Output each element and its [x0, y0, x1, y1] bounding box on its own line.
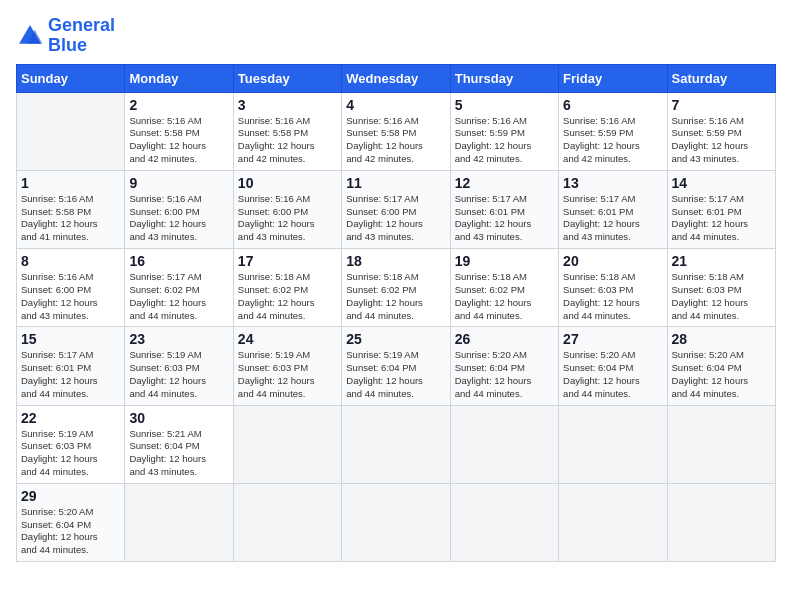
day-info: Sunrise: 5:16 AMSunset: 5:59 PMDaylight:… — [672, 115, 771, 166]
day-number: 5 — [455, 97, 554, 113]
empty-cell — [233, 483, 341, 561]
day-info: Sunrise: 5:16 AMSunset: 6:00 PMDaylight:… — [238, 193, 337, 244]
empty-cell — [125, 483, 233, 561]
calendar-day-cell: 15Sunrise: 5:17 AMSunset: 6:01 PMDayligh… — [17, 327, 125, 405]
day-number: 16 — [129, 253, 228, 269]
day-number: 27 — [563, 331, 662, 347]
empty-cell — [559, 483, 667, 561]
day-number: 4 — [346, 97, 445, 113]
day-number: 18 — [346, 253, 445, 269]
day-info: Sunrise: 5:20 AMSunset: 6:04 PMDaylight:… — [21, 506, 120, 557]
day-info: Sunrise: 5:17 AMSunset: 6:00 PMDaylight:… — [346, 193, 445, 244]
calendar-day-cell: 12Sunrise: 5:17 AMSunset: 6:01 PMDayligh… — [450, 170, 558, 248]
day-info: Sunrise: 5:18 AMSunset: 6:02 PMDaylight:… — [455, 271, 554, 322]
empty-cell — [559, 405, 667, 483]
header-cell-wednesday: Wednesday — [342, 64, 450, 92]
calendar-day-cell: 21Sunrise: 5:18 AMSunset: 6:03 PMDayligh… — [667, 249, 775, 327]
day-number: 6 — [563, 97, 662, 113]
day-number: 10 — [238, 175, 337, 191]
header-cell-saturday: Saturday — [667, 64, 775, 92]
calendar-day-cell: 23Sunrise: 5:19 AMSunset: 6:03 PMDayligh… — [125, 327, 233, 405]
day-number: 30 — [129, 410, 228, 426]
calendar-day-cell: 18Sunrise: 5:18 AMSunset: 6:02 PMDayligh… — [342, 249, 450, 327]
day-info: Sunrise: 5:21 AMSunset: 6:04 PMDaylight:… — [129, 428, 228, 479]
empty-cell — [667, 405, 775, 483]
day-number: 14 — [672, 175, 771, 191]
day-info: Sunrise: 5:16 AMSunset: 5:59 PMDaylight:… — [455, 115, 554, 166]
day-info: Sunrise: 5:18 AMSunset: 6:02 PMDaylight:… — [346, 271, 445, 322]
header-cell-thursday: Thursday — [450, 64, 558, 92]
day-info: Sunrise: 5:17 AMSunset: 6:01 PMDaylight:… — [21, 349, 120, 400]
calendar-day-cell: 9Sunrise: 5:16 AMSunset: 6:00 PMDaylight… — [125, 170, 233, 248]
calendar-day-cell: 24Sunrise: 5:19 AMSunset: 6:03 PMDayligh… — [233, 327, 341, 405]
calendar-day-cell: 3Sunrise: 5:16 AMSunset: 5:58 PMDaylight… — [233, 92, 341, 170]
empty-cell — [667, 483, 775, 561]
header-row: SundayMondayTuesdayWednesdayThursdayFrid… — [17, 64, 776, 92]
day-info: Sunrise: 5:19 AMSunset: 6:03 PMDaylight:… — [129, 349, 228, 400]
calendar-day-cell: 6Sunrise: 5:16 AMSunset: 5:59 PMDaylight… — [559, 92, 667, 170]
empty-cell — [450, 483, 558, 561]
day-info: Sunrise: 5:16 AMSunset: 5:58 PMDaylight:… — [129, 115, 228, 166]
day-info: Sunrise: 5:16 AMSunset: 5:58 PMDaylight:… — [238, 115, 337, 166]
empty-cell — [342, 405, 450, 483]
calendar-day-cell: 17Sunrise: 5:18 AMSunset: 6:02 PMDayligh… — [233, 249, 341, 327]
day-number: 7 — [672, 97, 771, 113]
calendar-day-cell: 26Sunrise: 5:20 AMSunset: 6:04 PMDayligh… — [450, 327, 558, 405]
calendar-day-cell: 25Sunrise: 5:19 AMSunset: 6:04 PMDayligh… — [342, 327, 450, 405]
day-number: 2 — [129, 97, 228, 113]
day-number: 17 — [238, 253, 337, 269]
day-number: 13 — [563, 175, 662, 191]
day-info: Sunrise: 5:17 AMSunset: 6:02 PMDaylight:… — [129, 271, 228, 322]
day-info: Sunrise: 5:19 AMSunset: 6:03 PMDaylight:… — [21, 428, 120, 479]
calendar-day-cell: 27Sunrise: 5:20 AMSunset: 6:04 PMDayligh… — [559, 327, 667, 405]
day-info: Sunrise: 5:16 AMSunset: 6:00 PMDaylight:… — [129, 193, 228, 244]
calendar-day-cell: 16Sunrise: 5:17 AMSunset: 6:02 PMDayligh… — [125, 249, 233, 327]
day-info: Sunrise: 5:16 AMSunset: 6:00 PMDaylight:… — [21, 271, 120, 322]
day-number: 28 — [672, 331, 771, 347]
day-number: 25 — [346, 331, 445, 347]
header-cell-friday: Friday — [559, 64, 667, 92]
day-number: 8 — [21, 253, 120, 269]
page-header: General Blue — [16, 16, 776, 56]
calendar-day-cell: 7Sunrise: 5:16 AMSunset: 5:59 PMDaylight… — [667, 92, 775, 170]
day-number: 22 — [21, 410, 120, 426]
calendar-day-cell: 22Sunrise: 5:19 AMSunset: 6:03 PMDayligh… — [17, 405, 125, 483]
calendar-day-cell: 8Sunrise: 5:16 AMSunset: 6:00 PMDaylight… — [17, 249, 125, 327]
day-number: 20 — [563, 253, 662, 269]
calendar-week-row: 22Sunrise: 5:19 AMSunset: 6:03 PMDayligh… — [17, 405, 776, 483]
calendar-day-cell: 13Sunrise: 5:17 AMSunset: 6:01 PMDayligh… — [559, 170, 667, 248]
calendar-day-cell: 5Sunrise: 5:16 AMSunset: 5:59 PMDaylight… — [450, 92, 558, 170]
empty-cell — [17, 92, 125, 170]
calendar-week-row: 1Sunrise: 5:16 AMSunset: 5:58 PMDaylight… — [17, 170, 776, 248]
day-number: 23 — [129, 331, 228, 347]
day-number: 11 — [346, 175, 445, 191]
day-info: Sunrise: 5:19 AMSunset: 6:04 PMDaylight:… — [346, 349, 445, 400]
calendar-day-cell: 20Sunrise: 5:18 AMSunset: 6:03 PMDayligh… — [559, 249, 667, 327]
day-number: 3 — [238, 97, 337, 113]
day-number: 15 — [21, 331, 120, 347]
empty-cell — [450, 405, 558, 483]
calendar-day-cell: 19Sunrise: 5:18 AMSunset: 6:02 PMDayligh… — [450, 249, 558, 327]
header-cell-tuesday: Tuesday — [233, 64, 341, 92]
day-number: 26 — [455, 331, 554, 347]
calendar-day-cell: 10Sunrise: 5:16 AMSunset: 6:00 PMDayligh… — [233, 170, 341, 248]
day-info: Sunrise: 5:17 AMSunset: 6:01 PMDaylight:… — [455, 193, 554, 244]
empty-cell — [233, 405, 341, 483]
empty-cell — [342, 483, 450, 561]
calendar-week-row: 8Sunrise: 5:16 AMSunset: 6:00 PMDaylight… — [17, 249, 776, 327]
calendar-week-row: 29Sunrise: 5:20 AMSunset: 6:04 PMDayligh… — [17, 483, 776, 561]
day-info: Sunrise: 5:18 AMSunset: 6:03 PMDaylight:… — [563, 271, 662, 322]
logo-text: General Blue — [48, 16, 115, 56]
day-info: Sunrise: 5:17 AMSunset: 6:01 PMDaylight:… — [672, 193, 771, 244]
calendar-day-cell: 11Sunrise: 5:17 AMSunset: 6:00 PMDayligh… — [342, 170, 450, 248]
day-number: 24 — [238, 331, 337, 347]
logo: General Blue — [16, 16, 115, 56]
day-info: Sunrise: 5:16 AMSunset: 5:58 PMDaylight:… — [346, 115, 445, 166]
calendar-day-cell: 1Sunrise: 5:16 AMSunset: 5:58 PMDaylight… — [17, 170, 125, 248]
day-info: Sunrise: 5:17 AMSunset: 6:01 PMDaylight:… — [563, 193, 662, 244]
day-number: 29 — [21, 488, 120, 504]
calendar-week-row: 2Sunrise: 5:16 AMSunset: 5:58 PMDaylight… — [17, 92, 776, 170]
calendar-day-cell: 4Sunrise: 5:16 AMSunset: 5:58 PMDaylight… — [342, 92, 450, 170]
calendar-day-cell: 29Sunrise: 5:20 AMSunset: 6:04 PMDayligh… — [17, 483, 125, 561]
logo-icon — [16, 22, 44, 50]
